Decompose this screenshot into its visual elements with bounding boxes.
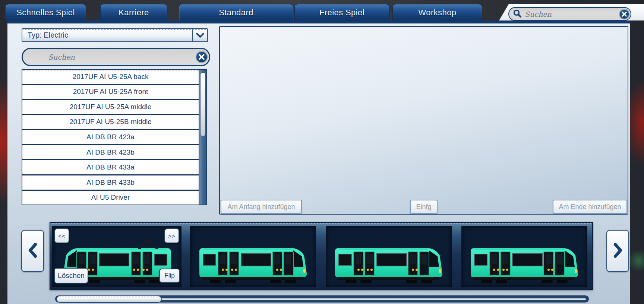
scroll-strip-left-button[interactable] — [21, 230, 44, 272]
tab-workshop[interactable]: Workshop — [392, 4, 482, 21]
search-tab — [499, 4, 644, 20]
vehicle-list: 2017UF AI U5-25A back 2017UF AI U5-25A f… — [22, 69, 207, 205]
tabbar-divider — [7, 20, 630, 23]
strip-scrollbar[interactable] — [55, 295, 589, 303]
train-car-image — [333, 239, 445, 285]
vehicle-list-item[interactable]: 2017UF AI U5-25A back — [22, 70, 199, 85]
train-car-image — [468, 239, 580, 285]
move-car-right-button[interactable]: >> — [164, 228, 179, 243]
train-car-image — [197, 239, 309, 285]
vehicle-search-input[interactable] — [23, 53, 196, 61]
magnifier-icon — [513, 9, 522, 19]
add-at-start-button[interactable]: Am Anfang hinzufügen — [221, 200, 302, 214]
strip-scrollbar-thumb[interactable] — [56, 295, 162, 303]
global-search-field[interactable] — [508, 7, 631, 21]
chevron-down-icon[interactable] — [192, 29, 207, 41]
scroll-strip-right-button[interactable] — [606, 230, 629, 272]
x-circle-icon[interactable] — [619, 9, 629, 19]
vehicle-list-item[interactable]: 2017UF AI U5-25A front — [22, 85, 199, 100]
vehicle-list-item[interactable]: AI DB BR 433a — [22, 160, 199, 175]
vehicle-type-dropdown[interactable]: Typ: Electric — [22, 28, 208, 42]
vehicle-list-item[interactable]: AI DB BR 423a — [22, 130, 199, 145]
vehicle-list-scrollbar[interactable] — [199, 70, 206, 205]
vehicle-list-item[interactable]: 2017UF AI U5-25B middle — [22, 115, 199, 130]
pantograph — [138, 241, 158, 249]
vehicle-list-item[interactable]: AI DB BR 433b — [22, 175, 199, 191]
vehicle-list-scrollbar-thumb[interactable] — [200, 72, 206, 136]
vehicle-list-item[interactable]: AI U5 Driver — [22, 191, 199, 205]
vehicle-search-field[interactable] — [22, 48, 210, 66]
add-at-end-button[interactable]: Am Ende hinzufügen — [553, 200, 627, 214]
tab-karriere[interactable]: Karriere — [100, 4, 167, 21]
insert-button[interactable]: Einfg — [410, 200, 438, 214]
move-car-left-button[interactable]: << — [54, 228, 69, 243]
vehicle-list-rows: 2017UF AI U5-25A back 2017UF AI U5-25A f… — [22, 70, 199, 205]
train-car-thumbnail-3[interactable] — [326, 226, 452, 287]
consist-preview-panel — [219, 26, 628, 215]
train-car-thumbnail-1[interactable]: << >> Löschen Flip — [52, 226, 181, 287]
tab-standard[interactable]: Standard — [179, 4, 293, 21]
vehicle-list-item[interactable]: AI DB BR 423b — [22, 145, 199, 161]
x-circle-icon[interactable] — [196, 51, 208, 63]
chevron-right-icon — [612, 242, 624, 260]
train-car-thumbnail-4[interactable] — [461, 226, 587, 287]
vehicle-list-item[interactable]: 2017UF AI U5-25A middle — [22, 100, 199, 115]
global-search-input[interactable] — [524, 10, 619, 19]
chevron-left-icon — [27, 242, 38, 260]
delete-car-button[interactable]: Löschen — [54, 268, 88, 284]
train-car-thumbnail-2[interactable] — [190, 226, 316, 287]
flip-car-button[interactable]: Flip — [159, 269, 180, 283]
app-window: Schnelles Spiel Karriere Standard Freies… — [0, 0, 644, 304]
vehicle-type-value: Typ: Electric — [22, 29, 192, 41]
tab-schnelles-spiel[interactable]: Schnelles Spiel — [5, 4, 86, 21]
tab-freies-spiel[interactable]: Freies Spiel — [294, 4, 389, 21]
